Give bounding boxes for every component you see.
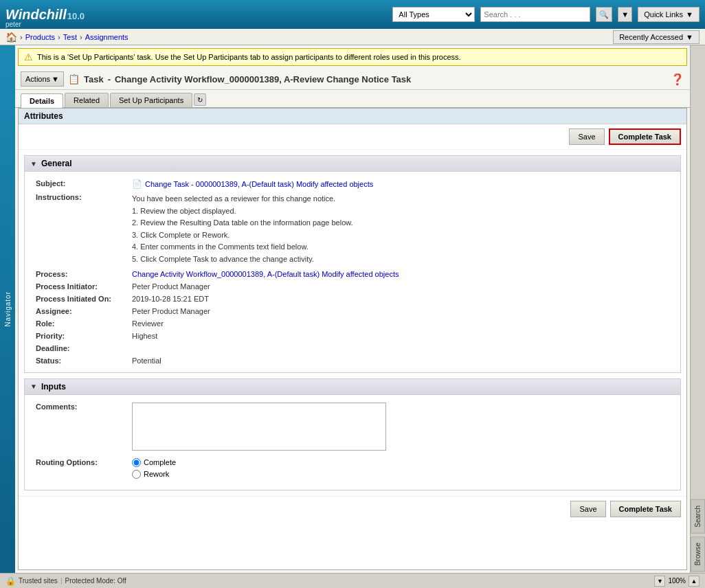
recently-accessed-button[interactable]: Recently Accessed ▼ <box>613 30 700 44</box>
subject-row: Subject: 📄 Change Task - 0000001389, A-(… <box>36 177 669 191</box>
attributes-bar: Attributes <box>19 109 686 124</box>
quick-links-dropdown-icon: ▼ <box>686 10 693 19</box>
comments-textarea[interactable] <box>132 403 386 451</box>
deadline-label: Deadline: <box>36 344 132 352</box>
breadcrumb-products[interactable]: Products <box>25 33 55 41</box>
info-banner: ⚠ This is a 'Set Up Participants' task. … <box>18 48 687 66</box>
user-label: peter <box>5 21 21 28</box>
initiator-row: Process Initiator: Peter Product Manager <box>36 280 669 293</box>
status-value: Potential <box>132 357 161 365</box>
subject-link[interactable]: Change Task - 0000001389, A-(Default tas… <box>145 180 373 188</box>
tab-set-up-participants[interactable]: Set Up Participants <box>110 93 192 107</box>
priority-row: Priority: Highest <box>36 330 669 342</box>
quick-links-button[interactable]: Quick Links ▼ <box>638 7 700 22</box>
complete-task-button-top[interactable]: Complete Task <box>609 128 681 145</box>
instructions-label: Instructions: <box>36 193 132 201</box>
info-icon: ⚠ <box>24 52 33 63</box>
actions-dropdown-icon: ▼ <box>52 75 59 83</box>
tab-details[interactable]: Details <box>21 93 63 108</box>
navigator-label: Navigator <box>4 289 12 330</box>
initiated-on-label: Process Initiated On: <box>36 295 132 303</box>
status-bar: 🔒 Trusted sites | Protected Mode: Off ▼ … <box>0 573 705 588</box>
routing-row: Routing Options: Complete Rework <box>36 453 669 484</box>
initiator-value: Peter Product Manager <box>132 282 210 291</box>
help-icon[interactable]: ❓ <box>671 73 684 86</box>
routing-option-rework[interactable]: Rework <box>132 470 176 479</box>
deadline-row: Deadline: <box>36 342 669 354</box>
breadcrumb-separator-1: › <box>58 33 60 41</box>
initiated-on-value: 2019-10-28 15:21 EDT <box>132 295 209 303</box>
instructions-text: You have been selected as a reviewer for… <box>132 193 353 266</box>
main-panel: Attributes Save Complete Task ▼ General … <box>18 108 687 570</box>
zoom-up-button[interactable]: ▲ <box>689 576 700 587</box>
comments-label: Comments: <box>36 403 132 411</box>
general-title: General <box>41 159 72 168</box>
general-toggle-icon: ▼ <box>30 160 37 168</box>
subject-doc-icon: 📄 <box>132 179 142 189</box>
assignee-value: Peter Product Manager <box>132 307 210 315</box>
task-type-label: Task <box>84 74 104 84</box>
right-tab-search[interactable]: Search <box>691 499 705 534</box>
comments-row: Comments: <box>36 400 669 453</box>
zoom-controls: ▼ 100% ▲ <box>654 576 700 587</box>
assignee-label: Assignee: <box>36 307 132 315</box>
right-tab-browse[interactable]: Browse <box>691 536 705 572</box>
breadcrumb-separator-2: › <box>80 33 82 41</box>
zoom-down-button[interactable]: ▼ <box>654 576 665 587</box>
complete-task-button-bottom[interactable]: Complete Task <box>610 501 681 517</box>
inputs-title: Inputs <box>41 382 66 392</box>
right-panel: Search Browse <box>690 45 705 573</box>
zoom-level: 100% <box>668 577 686 585</box>
routing-label: Routing Options: <box>36 458 132 466</box>
search-button[interactable]: 🔍 <box>596 7 612 22</box>
inputs-section: ▼ Inputs Comments: Routing Options: <box>24 378 681 490</box>
initiator-label: Process Initiator: <box>36 282 132 291</box>
status-row: Status: Potential <box>36 354 669 367</box>
general-section-header[interactable]: ▼ General <box>25 156 680 172</box>
search-input[interactable] <box>480 7 590 22</box>
breadcrumb-assignments[interactable]: Assignments <box>85 33 128 41</box>
breadcrumb-test[interactable]: Test <box>63 33 77 41</box>
protected-mode-label: Protected Mode: Off <box>65 577 126 585</box>
tab-refresh-button[interactable]: ↻ <box>194 93 206 106</box>
security-icon: 🔒 <box>5 576 16 586</box>
role-label: Role: <box>36 319 132 328</box>
save-button-top[interactable]: Save <box>569 128 604 145</box>
search-type-select[interactable]: All Types <box>392 7 475 22</box>
priority-value: Highest <box>132 332 157 340</box>
role-row: Role: Reviewer <box>36 317 669 330</box>
priority-label: Priority: <box>36 332 132 340</box>
actions-button[interactable]: Actions ▼ <box>21 71 64 87</box>
inputs-toggle-icon: ▼ <box>30 383 37 390</box>
process-row: Process: Change Activity Workflow_000000… <box>36 268 669 280</box>
task-separator: - <box>108 74 111 84</box>
role-value: Reviewer <box>132 319 164 328</box>
inputs-section-header[interactable]: ▼ Inputs <box>25 379 680 395</box>
save-button-bottom[interactable]: Save <box>570 501 605 517</box>
task-type-icon: 📋 <box>68 74 80 84</box>
home-icon[interactable]: 🏠 <box>5 32 17 43</box>
routing-option-complete[interactable]: Complete <box>132 458 176 467</box>
info-text: This is a 'Set Up Participants' task. Us… <box>37 53 461 61</box>
tab-related[interactable]: Related <box>65 93 109 107</box>
search-dropdown-button[interactable]: ▼ <box>618 7 632 22</box>
status-label: Status: <box>36 357 132 365</box>
assignee-row: Assignee: Peter Product Manager <box>36 305 669 317</box>
left-navigator[interactable]: Navigator <box>0 45 15 573</box>
general-section: ▼ General Subject: 📄 Change Task - 00000… <box>24 155 681 373</box>
process-link[interactable]: Change Activity Workflow_0000001389, A-(… <box>132 270 399 278</box>
process-label: Process: <box>36 270 132 278</box>
subject-label: Subject: <box>36 179 132 188</box>
recently-accessed-dropdown-icon: ▼ <box>686 33 693 41</box>
instructions-row: Instructions: You have been selected as … <box>36 191 669 268</box>
initiated-on-row: Process Initiated On: 2019-10-28 15:21 E… <box>36 293 669 305</box>
separator: | <box>60 577 63 585</box>
trusted-sites-label: Trusted sites <box>19 577 58 585</box>
breadcrumb-separator-0: › <box>20 33 23 41</box>
task-title: Change Activity Workflow_0000001389, A-R… <box>115 74 411 84</box>
